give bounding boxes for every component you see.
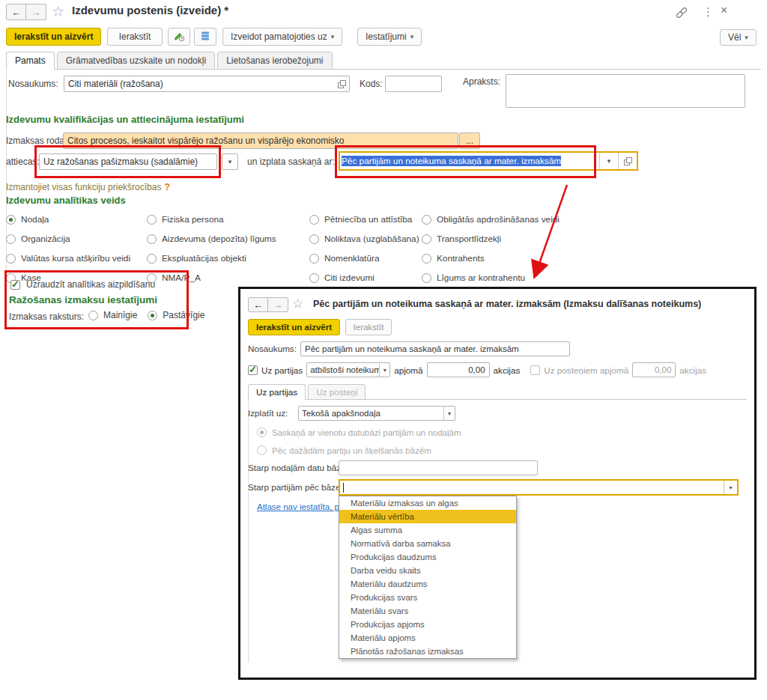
distribute-to-label: Izplatīt uz: [248,408,288,418]
batch-amount-field[interactable]: 0,00 [427,362,490,377]
analytics-radio-option[interactable]: Nomenklatūra [309,249,422,268]
dropdown-item[interactable]: Materiālu svars [339,604,516,618]
analytics-radio-option[interactable]: Kontrahents [422,249,560,268]
main-tabbar: PamatsGrāmatvedības uzskaite un nodokļiL… [6,51,761,70]
dialog-tabbar: Uz partijasUz posteņi [248,383,747,400]
analytics-radio-option[interactable]: Obligātās apdrošināšanas veidi [422,210,560,229]
analytics-radio-option[interactable]: Nodaļa [6,210,147,229]
analytics-radio-option[interactable]: NMA/P_A [147,268,309,287]
distribute-to-combo[interactable]: Tekošā apakšnodaļa ▾ [298,406,455,421]
analytics-radio-option[interactable]: Līgums ar kontrahentu [422,268,560,287]
main-tab[interactable]: Lietošanas ierobežojumi [217,52,332,70]
chevron-down-icon[interactable]: ▾ [724,481,737,494]
chevron-down-icon: ▾ [443,407,455,420]
between-batches-combo[interactable]: ▾ [339,479,739,496]
analytics-radio-option[interactable]: Valūtas kursa atšķirību veidi [6,249,147,268]
per-items-checkbox[interactable] [530,365,540,375]
dropdown-item[interactable]: Darba veidu skaits [339,564,516,577]
dialog-favorite-star-icon[interactable]: ☆ [292,296,303,311]
batch-method-combo[interactable]: atbilstoši noteikum ▾ [306,362,390,377]
monitor-analytics-checkbox[interactable]: Uzraudzīt analītikas aizpildīšanu [10,279,155,290]
analytics-radio-option[interactable]: Ekspluatācijas objekti [147,249,309,268]
analytics-radio-option[interactable]: Aizdevuma (depozīta) līgums [147,229,309,249]
analytics-radio-option[interactable]: Noliktava (uzglabāšana) [309,229,422,249]
favorite-star-icon[interactable]: ☆ [52,3,64,20]
dropdown-item[interactable]: Materiālu apjoms [339,631,516,645]
dropdown-item[interactable]: Materiālu izmaksas un algas [339,496,516,510]
costs-arise-label: Izmaksas rodas: [6,136,71,146]
radio-icon [422,215,431,225]
cost-nature-radio-option[interactable]: Mainīgie [88,310,137,320]
applies-dropdown-button[interactable]: ▾ [222,153,238,170]
analytics-radio-option[interactable]: Fiziska persona [147,210,309,229]
distribute-field-value: Pēc partijām un noteikuma saskaņā ar mat… [342,156,561,166]
between-departments-field[interactable] [339,460,538,475]
register-records-button[interactable] [194,28,216,46]
cost-nature-radio-option[interactable]: Pastāvīgie [148,310,204,320]
items-amount-field[interactable]: 0,00 [632,362,676,377]
different-bases-radio-option[interactable]: Pēc dažādām partiju un šķelšanās bāzēm [257,445,431,455]
page-title: Izdevumu postenis (izveide) * [72,4,228,16]
use-all-features-link[interactable]: Izmantojiet visas funkciju priekšrocības… [6,182,170,192]
analytics-radio-option[interactable]: Citi izdevumi [309,268,422,287]
save-button[interactable]: Ierakstīt [107,28,163,46]
code-field[interactable] [385,76,442,92]
distribute-dropdown-button[interactable]: ▾ [600,157,618,165]
dropdown-item[interactable]: Produkcijas daudzums [339,550,516,564]
dropdown-item[interactable]: Materiālu daudzums [339,577,516,591]
dropdown-item[interactable]: Algas summa [339,523,516,537]
dialog-back-button[interactable]: ← [248,297,268,312]
selection-not-set-link[interactable]: Atlase nav iestatīta, piev [257,502,351,511]
analytics-radio-option[interactable]: Organizācija [6,229,147,249]
pencil-clock-icon [173,30,185,44]
single-base-radio-option[interactable]: Saskaņā ar vienotu datubāzi partijām un … [257,427,461,437]
chevron-down-icon: ▾ [410,33,414,40]
create-based-on-button[interactable]: Izveidot pamatojoties uz▾ [222,28,342,46]
main-window: ← → ☆ Izdevumu postenis (izveide) * ⋮ × … [0,0,767,700]
name-label: Nosaukums: [8,79,58,89]
dialog-title: Pēc partijām un noteikuma saskaņā ar mat… [313,299,701,309]
main-tab[interactable]: Pamats [6,52,55,70]
get-link-icon[interactable] [676,7,688,19]
open-form-icon[interactable] [619,157,637,165]
dialog-forward-button[interactable]: → [268,297,288,312]
post-pencil-button[interactable] [168,28,190,46]
back-button[interactable]: ← [6,4,26,20]
applies-field[interactable]: Uz ražošanas pašizmaksu (sadalāmie) [39,153,217,170]
name-field[interactable]: Citi materiāli (ražošana) [64,76,350,92]
help-question-icon[interactable]: ? [164,182,169,192]
per-batch-checkbox[interactable] [248,365,258,375]
dropdown-item[interactable]: Normatīvā darba samaksa [339,537,516,550]
analytics-radio-option[interactable]: Pētniecība un attīstība [309,210,422,229]
main-tab[interactable]: Grāmatvedības uzskaite un nodokļi [57,52,215,70]
dialog-name-field[interactable]: Pēc partijām un noteikuma saskaņā ar mat… [300,341,570,356]
dropdown-item[interactable]: Materiālu vērtība [339,510,516,523]
analytics-radio-option[interactable]: Transportlīdzekļi [422,229,560,249]
dialog-tab[interactable]: Uz posteņi [308,384,366,400]
dialog-save-button[interactable]: Ierakstīt [345,319,392,335]
distribute-combo[interactable]: Pēc partijām un noteikuma saskaņā ar mat… [339,151,638,171]
costs-arise-ellipsis-button[interactable]: ... [459,133,480,149]
description-label: Apraksts: [463,76,500,87]
save-and-close-button[interactable]: Ierakstīt un aizvērt [6,28,101,46]
menu-kebab-icon[interactable]: ⋮ [703,5,714,19]
description-field[interactable] [506,74,745,108]
back-icon: ← [253,299,263,311]
more-button[interactable]: Vēl▾ [720,29,757,46]
dropdown-item[interactable]: Produkcijas apjoms [339,618,516,631]
settings-button[interactable]: Iestatījumi▾ [357,28,422,46]
chevron-down-icon: ▾ [379,363,389,377]
forward-icon: → [273,299,283,311]
open-form-icon[interactable] [338,80,346,88]
costs-arise-field[interactable]: Citos procesos, ieskaitot vispārējo ražo… [63,133,458,149]
dialog-save-and-close-button[interactable]: Ierakstīt un aizvērt [248,319,340,335]
qualification-section-heading: Izdevumu kvalifikācijas un attiecinājuma… [6,114,244,125]
distribute-label: un izplata saskaņā ar: [247,156,335,167]
close-icon[interactable]: × [721,4,727,17]
dialog-tab[interactable]: Uz partijas [248,384,306,400]
forward-button[interactable]: → [26,4,46,20]
radio-icon [147,254,157,264]
dropdown-item[interactable]: Plānotās ražošanas izmaksas [339,645,516,658]
nav-buttons: ← → [6,4,46,20]
dropdown-item[interactable]: Produkcijas svars [339,591,516,604]
